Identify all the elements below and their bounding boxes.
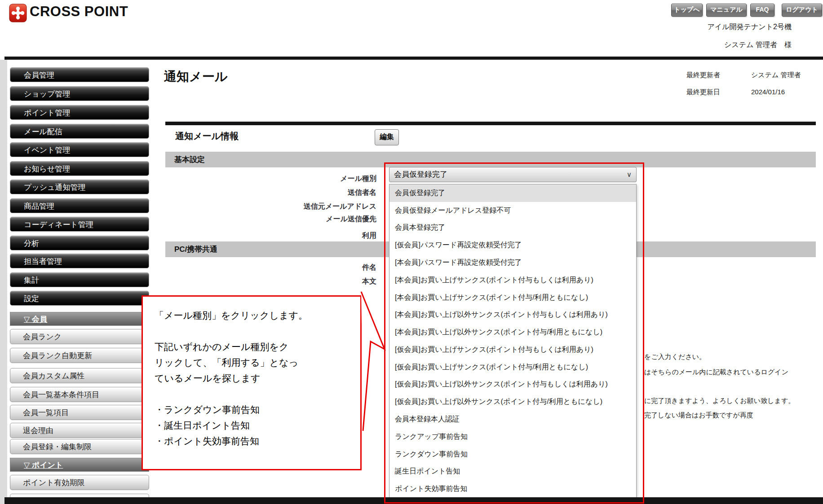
sidebar-item-product-mgmt[interactable]: 商品管理 (10, 198, 149, 213)
callout-line: 「メール種別」をクリックします。 (155, 307, 356, 323)
sidebar-item-push-mgmt[interactable]: プッシュ通知管理 (10, 180, 149, 194)
header-divider-bar (4, 57, 823, 60)
mail-type-option[interactable]: 会員仮登録完了 (389, 184, 636, 202)
group-bar-basic-settings: 基本設定 (165, 152, 816, 167)
sidebar-item-point-expiry[interactable]: ポイント有効期限 (10, 475, 149, 490)
cross-point-logo-icon (9, 4, 27, 22)
page-title: 通知メール (164, 68, 227, 85)
mail-type-option[interactable]: [本会員]お買い上げ以外サンクス(ポイント付与もしくは利用あり) (389, 306, 636, 324)
top-button[interactable]: トップへ (671, 4, 703, 17)
chevron-down-icon: ∨ (627, 167, 632, 182)
sidebar-item-list-items[interactable]: 会員一覧項目 (10, 405, 149, 420)
mail-type-option[interactable]: [仮会員]お買い上げ以外サンクス(ポイント付与もしくは利用あり) (389, 376, 636, 394)
sidebar-item-shop-mgmt[interactable]: ショップ管理 (10, 86, 149, 101)
mail-type-select[interactable]: 会員仮登録完了 ∨ (389, 167, 637, 182)
manual-button[interactable]: マニュアル (706, 4, 747, 17)
sidebar-section-point[interactable]: ▽ ポイント (10, 458, 149, 472)
sidebar-item-mail-delivery[interactable]: メール配信 (10, 124, 149, 139)
sidebar-item-event-mgmt[interactable]: イベント管理 (10, 142, 149, 157)
sidebar-item-analysis[interactable]: 分析 (10, 236, 149, 250)
sidebar-item-settings[interactable]: 設定 (10, 291, 149, 306)
annotation-callout: 「メール種別」をクリックします。 下記いずれかのメール種別をク リックして、「利… (142, 295, 362, 470)
callout-line: 下記いずれかのメール種別をク (155, 339, 356, 355)
callout-pointer-arrow (358, 282, 388, 439)
mail-type-option[interactable]: 会員本登録本人認証 (389, 411, 636, 428)
group-bar-pc-mobile-common-label: PC/携帯共通 (174, 241, 217, 257)
mail-type-option[interactable]: 会員本登録完了 (389, 219, 636, 237)
sidebar-item-list-basic-cond[interactable]: 会員一覧基本条件項目 (10, 387, 149, 402)
callout-line: ・ランクダウン事前告知 (155, 402, 356, 417)
content-top-bar (165, 122, 816, 125)
section-heading: 通知メール情報 (175, 130, 239, 142)
callout-line (155, 323, 356, 339)
sidebar-item-staff-mgmt[interactable]: 担当者管理 (10, 254, 149, 268)
sidebar-item-edit-restriction[interactable]: 会員登録・編集制限 (10, 439, 149, 454)
sidebar-item-aggregation[interactable]: 集計 (10, 272, 149, 287)
last-updater-value: システム 管理者 (751, 71, 801, 79)
mail-type-option[interactable]: [仮会員]お買い上げサンクス(ポイント付与/利用ともになし) (389, 359, 636, 376)
mail-type-option[interactable]: [本会員]お買い上げ以外サンクス(ポイント付与/利用ともになし) (389, 324, 636, 341)
logout-button[interactable]: ログアウト (782, 4, 822, 17)
app-window: CROSS POINT トップへ マニュアル FAQ ログアウト アイル開発テナ… (0, 0, 823, 504)
group-bar-basic-settings-label: 基本設定 (174, 152, 205, 167)
field-label-use: 利用 (220, 231, 376, 241)
sidebar-item-member-rank[interactable]: 会員ランク (10, 329, 149, 344)
sidebar-item-member-mgmt[interactable]: 会員管理 (10, 67, 149, 82)
sidebar-section-member[interactable]: ▽ 会員 (10, 312, 149, 326)
mail-type-option[interactable]: 誕生日ポイント告知 (389, 463, 636, 481)
field-label-sender-name: 送信者名 (220, 188, 376, 197)
left-edge-strip (0, 60, 7, 504)
bottom-bar (4, 497, 823, 504)
mail-type-option[interactable]: ポイント失効事前告知 (389, 480, 636, 498)
background-text-fragment: に完了頂きますよう、よろしくお願い致します。 (644, 397, 795, 405)
background-text-fragment: 完了しない場合はお手数ですが再度 (644, 411, 753, 420)
callout-line: ・ポイント失効事前告知 (155, 433, 356, 449)
logged-in-user: システム 管理者 様 (598, 40, 792, 50)
field-label-send-priority: メール送信優先 (220, 215, 376, 224)
background-text-fragment: はそちらのメール内に記載されているログイン (644, 368, 788, 377)
background-text-fragment: をご入力ください。 (644, 353, 706, 361)
mail-type-option[interactable]: ランクダウン事前告知 (389, 446, 636, 463)
field-label-subject: 件名 (220, 263, 376, 272)
callout-line (155, 386, 356, 402)
field-label-from-address: 送信元メールアドレス (220, 202, 376, 211)
callout-line: ているメールを探します (155, 370, 356, 386)
last-updated-value: 2024/01/16 (751, 88, 785, 96)
mail-type-option[interactable]: [本会員]お買い上げサンクス(ポイント付与/利用ともになし) (389, 289, 636, 307)
faq-button[interactable]: FAQ (750, 4, 774, 17)
last-updater-label: 最終更新者 (686, 71, 720, 79)
sidebar-item-rank-auto-update[interactable]: 会員ランク自動更新 (10, 348, 149, 363)
last-updated-label: 最終更新日 (686, 88, 720, 96)
sidebar-item-withdraw-reason[interactable]: 退会理由 (10, 423, 149, 438)
mail-type-option[interactable]: ランクアップ事前告知 (389, 428, 636, 446)
mail-type-option[interactable]: [仮会員]お買い上げ以外サンクス(ポイント付与/利用ともになし) (389, 393, 636, 411)
sidebar-item-notice-mgmt[interactable]: お知らせ管理 (10, 161, 149, 176)
mail-type-option[interactable]: 会員仮登録メールアドレス登録不可 (389, 202, 636, 219)
edit-button[interactable]: 編集 (375, 129, 399, 145)
field-label-body: 本文 (220, 277, 376, 286)
mail-type-option[interactable]: [仮会員]パスワード再設定依頼受付完了 (389, 237, 636, 254)
callout-line: ・誕生日ポイント告知 (155, 417, 356, 433)
sidebar-item-coordinate-mgmt[interactable]: コーディネート管理 (10, 217, 149, 232)
mail-type-option[interactable]: [本会員]お買い上げサンクス(ポイント付与もしくは利用あり) (389, 272, 636, 289)
mail-type-option-list: 会員仮登録完了 会員仮登録メールアドレス登録不可 会員本登録完了 [仮会員]パス… (389, 184, 637, 498)
mail-type-selected-value: 会員仮登録完了 (394, 170, 447, 179)
sidebar-item-custom-attr[interactable]: 会員カスタム属性 (10, 368, 149, 383)
mail-type-option[interactable]: [仮会員]お買い上げサンクス(ポイント付与もしくは利用あり) (389, 341, 636, 359)
field-label-mail-type: メール種別 (220, 174, 376, 184)
sidebar-item-point-mgmt[interactable]: ポイント管理 (10, 105, 149, 120)
callout-line: リックして、「利用する」となっ (155, 355, 356, 370)
tenant-name: アイル開発テナント2号機 (598, 22, 792, 32)
logo-wordmark: CROSS POINT (30, 4, 128, 20)
mail-type-option[interactable]: [本会員]パスワード再設定依頼受付完了 (389, 254, 636, 272)
